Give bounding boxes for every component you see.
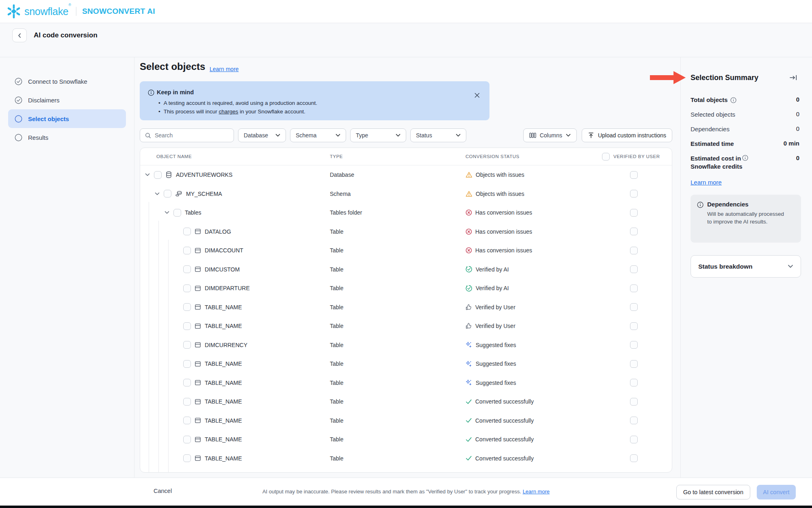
chevron-down-icon[interactable] (145, 173, 154, 176)
row-checkbox[interactable] (183, 228, 191, 235)
conversion-status-cell: Verified by User (466, 323, 600, 329)
table-header-row: OBJECT NAME TYPE CONVERSION STATUS VERIF… (140, 148, 672, 165)
banner-title: Keep in mind (157, 89, 194, 96)
sidebar-divider (134, 57, 134, 478)
sidebar-item-results[interactable]: Results (8, 128, 126, 147)
columns-button[interactable]: Columns (523, 128, 577, 142)
verified-checkbox[interactable] (630, 322, 638, 330)
table-row[interactable]: TABLE_NAME Table Converted successfully (140, 392, 672, 411)
table-row[interactable]: DIMDEPARTURE Table Verified by AI (140, 279, 672, 298)
charges-link[interactable]: charges (219, 109, 238, 115)
row-checkbox[interactable] (173, 209, 181, 217)
row-checkbox[interactable] (164, 190, 171, 198)
page-header: AI code conversion (0, 23, 812, 57)
schema-filter-dropdown[interactable]: Schema (290, 128, 346, 142)
verified-checkbox[interactable] (630, 247, 638, 254)
table-row[interactable]: TABLE_NAME Table Converted successfully (140, 430, 672, 449)
verified-checkbox[interactable] (630, 171, 638, 179)
row-checkbox[interactable] (154, 171, 162, 179)
keep-in-mind-banner: Keep in mind •A testing account is requi… (140, 81, 489, 120)
upload-custom-instructions-button[interactable]: Upload custom instructions (582, 128, 672, 142)
table-row[interactable]: DIMACCOUNT Table Has conversion issues (140, 241, 672, 260)
table-row[interactable]: TABLE_NAME Table Verified by User (140, 317, 672, 336)
table-row[interactable]: Tables Tables folder Has conversion issu… (140, 203, 672, 222)
verified-checkbox[interactable] (630, 454, 638, 462)
select-all-verified-checkbox[interactable] (602, 153, 610, 161)
table-row[interactable]: TABLE_NAME Table Converted successfully (140, 449, 672, 468)
back-button[interactable] (12, 28, 27, 42)
row-checkbox[interactable] (183, 322, 191, 330)
table-row[interactable]: DATALOG Table Has conversion issues (140, 222, 672, 241)
window-bottom-edge (0, 506, 812, 508)
row-checkbox[interactable] (183, 417, 191, 424)
verified-checkbox[interactable] (630, 284, 638, 292)
object-name-cell: ADVENTUREWORKS (140, 165, 330, 185)
sidebar-item-label: Select objects (28, 115, 69, 122)
verified-cell (600, 247, 672, 254)
row-checkbox[interactable] (183, 284, 191, 292)
info-icon[interactable] (730, 97, 736, 103)
table-row[interactable]: TABLE_NAME Table Suggested fixes (140, 354, 672, 373)
table-row[interactable]: TABLE_NAME Table Converted successfully (140, 411, 672, 430)
verified-checkbox[interactable] (630, 209, 638, 217)
ai-convert-button[interactable]: AI convert (757, 485, 796, 499)
learn-more-link[interactable]: Learn more (210, 66, 239, 72)
conversion-status-cell: Verified by AI (466, 285, 600, 292)
table-row[interactable]: TABLE_NAME Table Verified by User (140, 298, 672, 317)
top-app-bar: snowflake® SNOWCONVERT AI (0, 0, 812, 23)
tree-guide-line (149, 202, 149, 473)
verified-checkbox[interactable] (630, 303, 638, 311)
collapse-panel-icon[interactable] (790, 75, 797, 80)
verified-checkbox[interactable] (630, 436, 638, 443)
suggested-fixes-icon (466, 341, 472, 348)
search-input[interactable] (155, 132, 224, 139)
sidebar-item-disclaimers[interactable]: Disclaimers (8, 91, 126, 109)
verified-checkbox[interactable] (630, 265, 638, 273)
chevron-down-icon[interactable] (165, 211, 173, 214)
row-checkbox[interactable] (183, 379, 191, 386)
status-breakdown-toggle[interactable]: Status breakdown (691, 255, 801, 278)
chevron-down-icon (456, 134, 461, 137)
section-title: Select objects (140, 61, 205, 72)
status-label: Suggested fixes (476, 380, 516, 386)
table-row[interactable]: ADVENTUREWORKS Database Objects with iss… (140, 165, 672, 185)
footer-learn-more-link[interactable]: Learn more (523, 488, 550, 495)
status-label: Converted successfully (475, 455, 534, 462)
row-checkbox[interactable] (183, 454, 191, 462)
status-label: Suggested fixes (476, 360, 516, 367)
database-filter-dropdown[interactable]: Database (238, 128, 286, 142)
summary-learn-more-link[interactable]: Learn more (691, 179, 722, 186)
row-checkbox[interactable] (183, 247, 191, 254)
success-check-icon (466, 418, 472, 423)
table-row[interactable]: MY_SCHEMA Schema Objects with issues (140, 185, 672, 204)
info-icon[interactable] (742, 155, 748, 161)
verified-checkbox[interactable] (630, 228, 638, 235)
verified-checkbox[interactable] (630, 190, 638, 198)
chevron-down-icon[interactable] (155, 192, 164, 195)
table-row[interactable]: DIMCUSTOM Table Verified by AI (140, 260, 672, 279)
status-label: Has conversion issues (475, 228, 532, 235)
table-row[interactable]: TABLE_NAME Table Suggested fixes (140, 373, 672, 393)
verified-cell (600, 398, 672, 406)
row-checkbox[interactable] (183, 303, 191, 311)
type-filter-dropdown[interactable]: Type (350, 128, 406, 142)
sidebar-item-connect-to-snowflake[interactable]: Connect to Snowflake (8, 72, 126, 91)
row-checkbox[interactable] (183, 265, 191, 273)
sidebar-item-label: Disclaimers (28, 97, 60, 104)
close-icon[interactable] (474, 93, 480, 98)
row-checkbox[interactable] (183, 436, 191, 443)
verified-checkbox[interactable] (630, 417, 638, 424)
status-filter-dropdown[interactable]: Status (410, 128, 466, 142)
verified-checkbox[interactable] (630, 360, 638, 368)
row-checkbox[interactable] (183, 398, 191, 406)
verified-checkbox[interactable] (630, 379, 638, 386)
verified-checkbox[interactable] (630, 398, 638, 406)
go-to-latest-conversion-button[interactable]: Go to latest conversion (676, 485, 750, 499)
dependencies-card-body: Will be automatically processed to impro… (707, 210, 788, 226)
row-checkbox[interactable] (183, 360, 191, 368)
sidebar-item-select-objects[interactable]: Select objects (8, 109, 126, 128)
verified-checkbox[interactable] (630, 341, 638, 349)
object-name-cell: MY_SCHEMA (140, 185, 330, 204)
table-row[interactable]: DIMCURRENCY Table Suggested fixes (140, 336, 672, 355)
row-checkbox[interactable] (183, 341, 191, 349)
